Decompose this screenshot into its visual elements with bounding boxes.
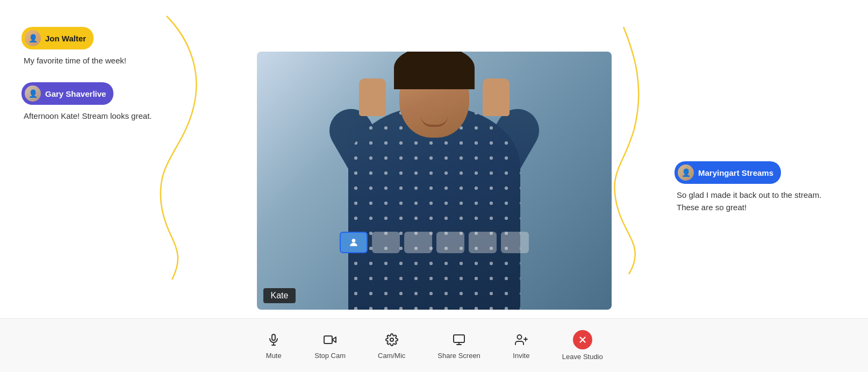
leave-studio-label: Leave Studio (562, 353, 603, 361)
participant-thumb-1[interactable] (372, 232, 400, 253)
svg-point-0 (351, 239, 355, 242)
video-area: Kate (257, 52, 612, 310)
person-eyes (399, 62, 469, 69)
svg-point-9 (517, 335, 521, 339)
stop-cam-button[interactable]: Stop Cam (314, 331, 346, 360)
person-mouth (421, 116, 448, 127)
gary-name: Gary Shaverlive (45, 89, 106, 98)
toolbar-strip: Mute Stop Cam Cam/Mic (0, 318, 868, 372)
participant-strip (340, 232, 529, 253)
eye-left (417, 62, 422, 69)
mary-message: So glad I made it back out to the stream… (677, 189, 827, 213)
jon-message: My favorite time of the week! (24, 55, 193, 66)
person-head (399, 57, 469, 138)
gary-name-badge: 👤 Gary Shaverlive (21, 82, 113, 105)
participant-thumb-active[interactable] (340, 232, 368, 253)
svg-rect-4 (324, 336, 332, 344)
chat-bubble-gary: 👤 Gary Shaverlive Afternoon Kate! Stream… (21, 82, 193, 121)
leave-studio-icon (573, 330, 592, 349)
svg-rect-1 (272, 334, 275, 340)
mute-label: Mute (266, 352, 282, 360)
svg-rect-6 (454, 335, 464, 342)
participant-thumb-5[interactable] (501, 232, 529, 253)
chat-left-panel: 👤 Jon Walter My favorite time of the wee… (21, 27, 193, 138)
chat-bubble-mary: 👤 Maryingart Streams So glad I made it b… (675, 161, 847, 213)
camera-icon (321, 331, 339, 348)
cam-mic-label: Cam/Mic (378, 352, 405, 360)
settings-icon (383, 331, 400, 348)
share-screen-button[interactable]: Share Screen (437, 331, 480, 360)
gary-avatar: 👤 (25, 85, 41, 102)
person-add-icon (513, 331, 530, 348)
mary-name: Maryingart Streams (698, 168, 773, 177)
cam-mic-button[interactable]: Cam/Mic (378, 331, 405, 360)
share-screen-label: Share Screen (437, 352, 480, 360)
svg-point-5 (390, 338, 393, 341)
mary-avatar: 👤 (678, 164, 694, 181)
leave-studio-button[interactable]: Leave Studio (562, 330, 603, 361)
jon-name: Jon Walter (45, 34, 86, 43)
invite-label: Invite (513, 352, 529, 360)
chat-right-panel: 👤 Maryingart Streams So glad I made it b… (675, 161, 847, 230)
participant-thumb-3[interactable] (436, 232, 464, 253)
kate-label: Kate (263, 288, 296, 303)
eye-right (446, 62, 451, 69)
stop-cam-label: Stop Cam (314, 352, 346, 360)
chat-bubble-jon: 👤 Jon Walter My favorite time of the wee… (21, 27, 193, 66)
main-container: 👤 Jon Walter My favorite time of the wee… (0, 0, 868, 372)
participant-thumb-2[interactable] (404, 232, 432, 253)
hand-right (483, 78, 510, 116)
mary-name-badge: 👤 Maryingart Streams (675, 161, 781, 184)
jon-avatar: 👤 (25, 30, 41, 46)
monitor-icon (450, 331, 468, 348)
video-frame: Kate (257, 52, 612, 310)
mute-button[interactable]: Mute (265, 331, 282, 360)
jon-name-badge: 👤 Jon Walter (21, 27, 94, 49)
invite-button[interactable]: Invite (513, 331, 530, 360)
mic-icon (265, 331, 282, 348)
participant-thumb-4[interactable] (469, 232, 497, 253)
person-figure (321, 73, 547, 310)
gary-message: Afternoon Kate! Stream looks great. (24, 110, 193, 121)
hand-left (359, 78, 386, 116)
